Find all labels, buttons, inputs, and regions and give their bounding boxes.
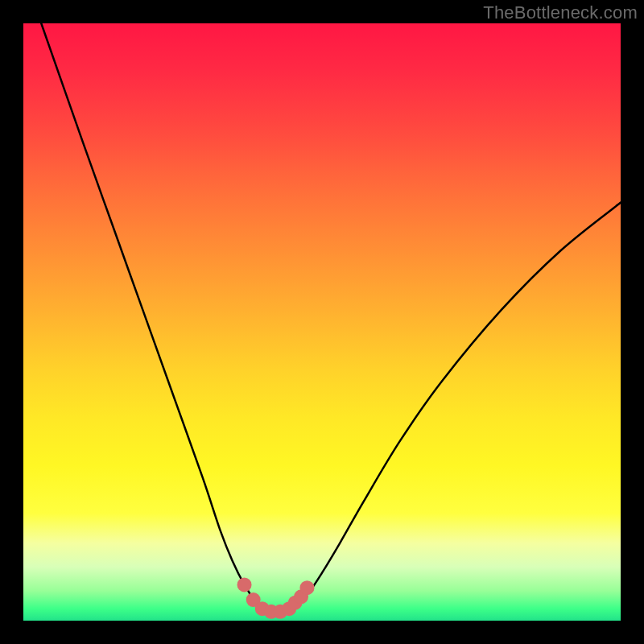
highlight-dot xyxy=(237,577,252,592)
highlight-dot xyxy=(299,580,314,595)
bottleneck-curve xyxy=(41,23,621,612)
chart-svg xyxy=(23,23,621,621)
chart-frame: TheBottleneck.com xyxy=(0,0,644,644)
chart-plot-area xyxy=(23,23,621,621)
highlight-dots xyxy=(237,577,315,618)
watermark-text: TheBottleneck.com xyxy=(483,2,638,23)
